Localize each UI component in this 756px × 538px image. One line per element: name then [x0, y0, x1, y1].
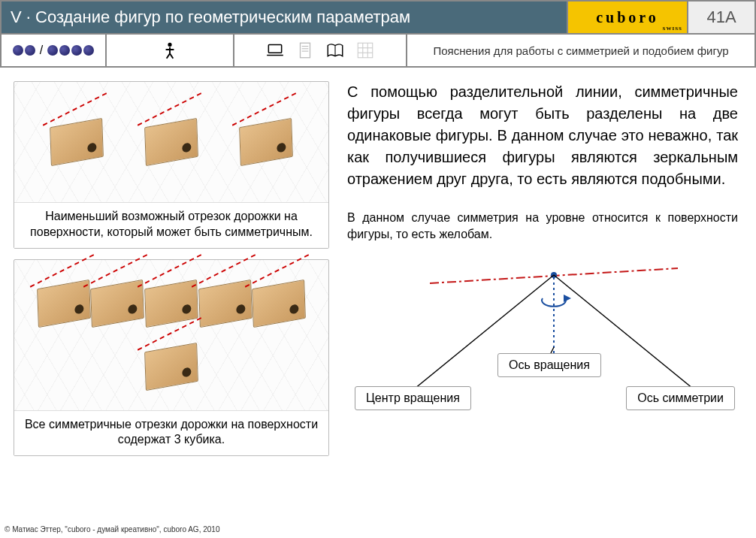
figure-2-caption: Все симметричные отрезки дорожки на пове…	[14, 410, 328, 456]
figure-1-image	[14, 82, 328, 202]
copyright-footer: © Матиас Эттер, "cuboro - думай креативн…	[5, 525, 219, 533]
figure-2: Все симметричные отрезки дорожки на пове…	[14, 259, 329, 457]
svg-rect-7	[358, 43, 373, 58]
label-rotation-axis: Ось вращения	[497, 353, 601, 377]
figure-2-image	[14, 260, 328, 410]
toolbar-icons	[234, 35, 407, 66]
person-icon	[160, 41, 180, 60]
toolbar-description: Пояснения для работы с симметрией и подо…	[407, 35, 754, 66]
laptop-icon	[265, 41, 285, 60]
page-number: 41A	[687, 2, 754, 33]
cube-icon	[252, 280, 306, 328]
main-content: Наименьший возможный отрезок дорожки на …	[0, 68, 756, 462]
cube-icon	[37, 280, 91, 328]
book-icon	[325, 41, 345, 60]
logo-text: cuboro	[596, 9, 659, 26]
left-column: Наименьший возможный отрезок дорожки на …	[14, 81, 329, 456]
label-symmetry-axis: Ось симметрии	[626, 386, 735, 410]
difficulty-dot-icon	[71, 45, 82, 56]
cube-icon	[239, 118, 293, 166]
logo-subtext: SWISS	[663, 26, 682, 32]
figure-1-caption: Наименьший возможный отрезок дорожки на …	[14, 202, 328, 248]
header-bar: V · Создание фигур по геометрическим пар…	[0, 0, 756, 35]
svg-rect-1	[268, 44, 281, 53]
cube-icon	[91, 280, 145, 328]
cube-icon	[50, 118, 104, 166]
person-icon-cell	[107, 35, 234, 66]
grid-icon	[355, 41, 375, 60]
difficulty-dot-icon	[59, 45, 70, 56]
label-rotation-center: Центр вращения	[355, 386, 471, 410]
difficulty-dot-icon	[47, 45, 58, 56]
difficulty-dot-icon	[25, 45, 35, 56]
cube-icon	[144, 280, 198, 328]
cube-icon	[198, 280, 253, 328]
page-title: V · Создание фигур по геометрическим пар…	[2, 2, 567, 33]
toolbar: / Пояснения для работы с симметрией и по…	[0, 35, 756, 68]
paragraph-1: С помощью разделительной линии, симметри…	[347, 81, 738, 190]
symmetry-diagram: Центр вращения Ось вращения Ось симметри…	[347, 257, 738, 415]
brand-logo: cuboro SWISS	[567, 2, 687, 33]
difficulty-dot-icon	[83, 45, 94, 56]
difficulty-separator: /	[40, 44, 43, 57]
document-icon	[295, 41, 315, 60]
cube-icon	[144, 118, 198, 166]
difficulty-dot-icon	[13, 45, 23, 56]
svg-marker-14	[564, 295, 571, 302]
right-column: С помощью разделительной линии, симметри…	[347, 81, 738, 456]
svg-point-0	[168, 43, 171, 47]
paragraph-2: В данном случае симметрия на уровне отно…	[347, 210, 738, 243]
figure-1: Наименьший возможный отрезок дорожки на …	[14, 81, 329, 249]
cube-icon	[144, 343, 198, 391]
svg-rect-2	[301, 43, 310, 58]
difficulty-indicator: /	[2, 35, 107, 66]
